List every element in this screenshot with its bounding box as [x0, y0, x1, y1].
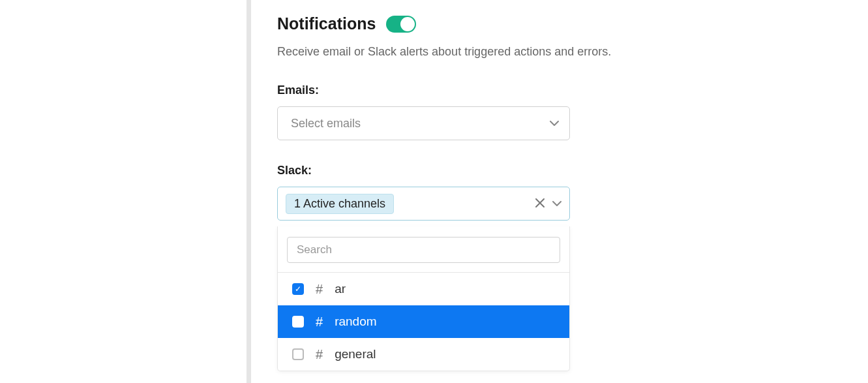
- emails-select[interactable]: Select emails: [277, 106, 570, 140]
- checkbox-checked[interactable]: ✓: [292, 283, 304, 295]
- search-wrap: [278, 226, 569, 272]
- slack-select[interactable]: 1 Active channels: [277, 187, 570, 221]
- option-label: ar: [335, 282, 346, 296]
- slack-active-chip: 1 Active channels: [286, 194, 394, 214]
- search-input[interactable]: [287, 237, 560, 263]
- toggle-knob: [400, 17, 415, 31]
- hash-icon: #: [316, 314, 323, 329]
- slack-controls: [535, 198, 561, 209]
- hash-icon: #: [316, 282, 323, 297]
- slack-option-random[interactable]: # random: [278, 305, 569, 338]
- checkbox-unchecked[interactable]: [292, 316, 304, 328]
- emails-label: Emails:: [277, 84, 868, 97]
- close-icon[interactable]: [535, 198, 545, 209]
- left-gutter: [0, 0, 247, 383]
- chevron-down-icon[interactable]: [552, 198, 561, 209]
- option-list: ✓ # ar # random # general: [278, 272, 569, 371]
- option-label: general: [335, 347, 376, 361]
- slack-dropdown: ✓ # ar # random # general: [277, 226, 570, 371]
- emails-placeholder: Select emails: [291, 117, 361, 130]
- checkbox-unchecked[interactable]: [292, 348, 304, 360]
- slack-label: Slack:: [277, 164, 868, 177]
- notifications-toggle[interactable]: [386, 16, 416, 33]
- slack-option-general[interactable]: # general: [278, 338, 569, 371]
- notifications-heading: Notifications: [277, 14, 376, 33]
- chevron-down-icon: [550, 118, 559, 129]
- notifications-description: Receive email or Slack alerts about trig…: [277, 45, 868, 59]
- heading-row: Notifications: [277, 14, 868, 33]
- option-label: random: [335, 314, 376, 329]
- slack-option-ar[interactable]: ✓ # ar: [278, 273, 569, 305]
- vertical-divider: [247, 0, 251, 383]
- check-icon: ✓: [295, 285, 301, 293]
- hash-icon: #: [316, 347, 323, 362]
